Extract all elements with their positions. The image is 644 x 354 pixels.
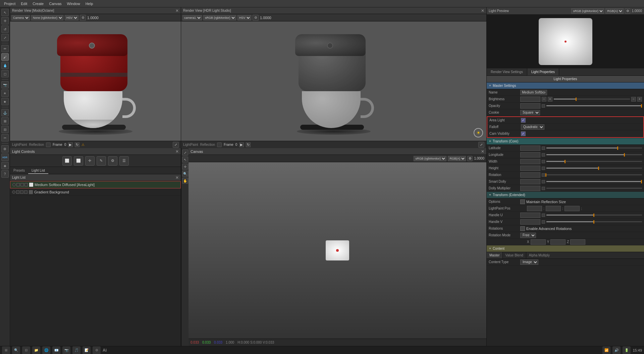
tool-settings[interactable]: ⚙ bbox=[1, 145, 9, 153]
hdr-refresh-btn[interactable]: ↻ bbox=[246, 142, 251, 147]
taskbar-start[interactable]: ⊞ bbox=[2, 346, 10, 354]
prop-rotation-input[interactable]: 0.00 bbox=[520, 172, 540, 178]
prop-lightpaintpos-y-btn[interactable]: : bbox=[562, 206, 563, 211]
prop-handleu-slider[interactable] bbox=[546, 215, 642, 216]
prop-brightness-minus[interactable]: − bbox=[542, 97, 546, 102]
prop-longitude-input[interactable]: 80.51 bbox=[520, 152, 540, 158]
light-visibility-1[interactable] bbox=[12, 190, 15, 194]
preset-tab-lightlist[interactable]: Light List bbox=[28, 167, 48, 174]
menu-create[interactable]: Create bbox=[30, 1, 46, 6]
menu-edit[interactable]: Edit bbox=[18, 1, 30, 6]
tool-slice[interactable]: ✂ bbox=[1, 134, 9, 141]
render-view-modo-close[interactable]: ✕ bbox=[175, 8, 179, 13]
taskbar-search[interactable]: 🔍 bbox=[12, 346, 20, 354]
taskbar-app4[interactable]: 📝 bbox=[83, 346, 91, 354]
tab-light-properties[interactable]: Light Properties bbox=[527, 68, 559, 75]
prop-handlev-dot[interactable] bbox=[542, 220, 545, 224]
canvas-viewport[interactable] bbox=[189, 162, 486, 339]
taskbar-app2[interactable]: 📷 bbox=[62, 346, 70, 354]
content-tab-alphamultiply[interactable]: Alpha Multiply bbox=[526, 252, 552, 258]
section-content[interactable]: ▼ Content bbox=[487, 245, 644, 252]
hdr-colorspace-select[interactable]: sRGB (rgbMonitor) bbox=[203, 15, 236, 20]
tool-unknown[interactable]: ◈ bbox=[1, 162, 9, 169]
light-lock-0[interactable] bbox=[16, 183, 20, 186]
canvas-tool-4[interactable]: 🔍 bbox=[182, 171, 188, 177]
hdr-settings-btn[interactable]: ⚙ bbox=[253, 15, 259, 21]
prop-rotmode-select[interactable]: Free bbox=[520, 233, 536, 238]
taskbar-browser[interactable]: 🌐 bbox=[42, 346, 50, 354]
prop-brightness-input[interactable]: 100 bbox=[520, 97, 540, 102]
prop-brightness-minus2[interactable]: − bbox=[631, 97, 636, 102]
prop-latitude-dot[interactable] bbox=[542, 146, 545, 150]
hdr-panel-close[interactable]: ✕ bbox=[481, 8, 484, 13]
tool-scale[interactable]: ⤢ bbox=[1, 34, 9, 41]
render-reflection-label[interactable]: Reflection bbox=[29, 143, 44, 146]
light-visibility-0[interactable] bbox=[12, 183, 16, 186]
render-viewport-modo[interactable] bbox=[10, 21, 181, 141]
light-item-1[interactable]: Gradient Background bbox=[10, 188, 181, 196]
preset-tab-presets[interactable]: Presets bbox=[10, 167, 28, 174]
light-solo-0[interactable] bbox=[20, 183, 24, 186]
prop-lightpaintpos-x[interactable]: 9.22 bbox=[527, 206, 542, 211]
tool-mirror[interactable]: ⊟ bbox=[1, 126, 9, 133]
light-mute-1[interactable] bbox=[24, 190, 28, 194]
prop-height-slider[interactable] bbox=[546, 168, 642, 169]
prop-dollymult-dot[interactable] bbox=[542, 187, 545, 190]
lc-btn-2[interactable]: ⬜ bbox=[74, 156, 83, 166]
canvas-colorspace-select[interactable]: sRGB (rgbMonitor) bbox=[414, 156, 446, 161]
prop-smartdolly-slider[interactable] bbox=[546, 181, 642, 182]
render-expand-btn[interactable]: ⤢ bbox=[173, 142, 179, 148]
prop-handleu-dot[interactable] bbox=[542, 214, 545, 217]
prop-longitude-slider[interactable] bbox=[546, 154, 642, 155]
prop-lightpaintpos-x-btn[interactable]: : bbox=[543, 206, 544, 211]
hdr-camera-select[interactable]: camera1 bbox=[182, 15, 202, 20]
prop-opacity-input[interactable]: 1.000 bbox=[520, 103, 540, 109]
hdr-reflection-label[interactable]: Reflection bbox=[200, 143, 215, 146]
taskbar-app5[interactable]: ⚙ bbox=[93, 346, 101, 354]
prop-lightpaintpos-z-btn[interactable]: : bbox=[581, 206, 582, 211]
prop-width-input[interactable]: 20.00 bbox=[520, 159, 540, 164]
canvas-channel-select[interactable]: RGB(A) bbox=[448, 156, 466, 161]
prop-dollymult-slider[interactable] bbox=[546, 188, 642, 189]
prop-falloff-select[interactable]: Quadratic bbox=[521, 124, 544, 130]
prop-brightness-slider[interactable] bbox=[554, 99, 630, 100]
lc-btn-4[interactable]: ✎ bbox=[97, 156, 106, 166]
light-preview-channel[interactable]: RGB(A) bbox=[605, 8, 624, 14]
hdr-colormode-select[interactable]: HSV bbox=[237, 15, 251, 20]
light-lock-1[interactable] bbox=[16, 190, 19, 194]
prop-brightness-plus[interactable]: + bbox=[548, 97, 552, 102]
tool-transform[interactable]: ⊞ bbox=[1, 117, 9, 125]
prop-enableadvrot-checkbox[interactable] bbox=[520, 226, 525, 231]
prop-handlev-input[interactable]: 0.000 bbox=[520, 219, 540, 225]
render-refresh-btn[interactable]: ↻ bbox=[75, 142, 79, 147]
tool-light[interactable]: ☀ bbox=[1, 90, 9, 97]
tab-render-view-settings[interactable]: Render View Settings bbox=[487, 68, 527, 75]
prop-smartdolly-input[interactable]: 1000.00 bbox=[520, 179, 540, 184]
prop-rot-x[interactable] bbox=[531, 239, 546, 245]
menu-help[interactable]: Help bbox=[83, 1, 96, 6]
tool-move[interactable]: ✛ bbox=[1, 17, 9, 24]
render-play-btn[interactable]: ▶ bbox=[68, 142, 73, 147]
render-colormode-select[interactable]: HSV bbox=[65, 15, 78, 20]
prop-name-input[interactable] bbox=[520, 90, 547, 95]
prop-width-dot[interactable] bbox=[542, 160, 545, 163]
light-list-close[interactable]: ✕ bbox=[175, 175, 179, 180]
prop-height-dot[interactable] bbox=[542, 167, 545, 170]
prop-opacity-dot[interactable] bbox=[542, 104, 545, 108]
prop-smartdolly-dot[interactable] bbox=[542, 180, 545, 183]
prop-width-slider[interactable] bbox=[546, 161, 642, 162]
light-controls-close[interactable]: ✕ bbox=[175, 149, 179, 154]
content-tab-master[interactable]: Master bbox=[487, 252, 503, 258]
prop-latitude-input[interactable]: 4.37 bbox=[520, 145, 540, 151]
canvas-tool-3[interactable]: ✛ bbox=[182, 164, 188, 170]
lc-btn-1[interactable]: ⬜ bbox=[62, 156, 72, 166]
systray-volume[interactable]: 🔊 bbox=[612, 346, 621, 354]
systray-network[interactable]: 📶 bbox=[602, 346, 610, 354]
prop-dollymult-input[interactable]: 1.00 bbox=[520, 186, 540, 191]
tool-eraser[interactable]: ◻ bbox=[1, 70, 9, 77]
section-transform-extended[interactable]: ▼ Transform (Extended) bbox=[487, 192, 644, 198]
tool-help[interactable]: ? bbox=[1, 170, 9, 178]
prop-rot-y[interactable] bbox=[550, 239, 566, 245]
hdr-expand-btn[interactable]: ⤢ bbox=[478, 142, 484, 148]
light-item-0[interactable]: Medium Softbox Diffused [AreaLight] bbox=[10, 181, 181, 188]
